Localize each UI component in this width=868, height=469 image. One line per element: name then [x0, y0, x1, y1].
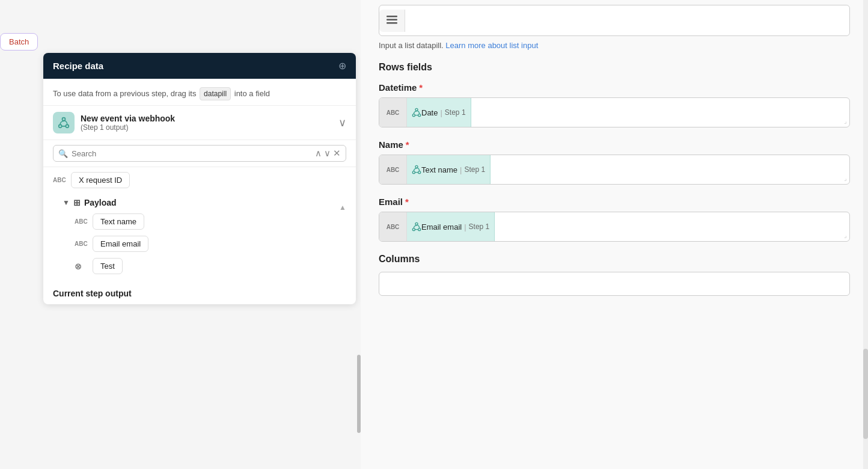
email-email-item: ABC Email email: [75, 236, 337, 252]
right-panel: Input a list datapill. Learn more about …: [361, 0, 868, 469]
hamburger-icon: [387, 16, 397, 24]
email-datapill-icon: [412, 222, 421, 231]
list-input-description: Input a list datapill. Learn more about …: [379, 41, 850, 50]
recipe-data-body: To use data from a previous step, drag i…: [43, 79, 356, 106]
datapill-example: datapill: [200, 87, 231, 100]
search-input[interactable]: [72, 149, 310, 158]
test-item: ⊗ Test: [75, 258, 337, 274]
chevron-down-icon[interactable]: ∨: [338, 116, 346, 129]
rows-fields-title: Rows fields: [379, 62, 850, 73]
step-info: New event via webhook (Step 1 output): [81, 114, 175, 132]
test-pill[interactable]: Test: [93, 258, 123, 274]
svg-rect-4: [387, 19, 397, 20]
payload-items: ABC Text name ABC Email email ⊗ Test: [63, 213, 337, 274]
email-datapill[interactable]: Email email | Step 1: [407, 212, 495, 241]
recipe-data-description: To use data from a previous step, drag i…: [53, 87, 346, 100]
email-required: *: [405, 197, 409, 207]
name-type-badge: ABC: [379, 155, 407, 184]
datetime-type-badge: ABC: [379, 98, 407, 127]
datetime-label: Datetime *: [379, 82, 850, 93]
search-nav: ∧ ∨ ✕: [315, 148, 341, 159]
email-input-row: ABC Email email | Step 1 ⌟: [379, 212, 850, 242]
list-input-textarea[interactable]: [405, 5, 849, 35]
abc-label-email: ABC: [75, 241, 89, 247]
svg-point-13: [418, 228, 421, 231]
email-datapill-text: Email email | Step 1: [421, 222, 489, 231]
list-input-menu-icon[interactable]: [379, 10, 405, 32]
svg-point-0: [59, 124, 62, 127]
left-panel: Batch Recipe data ⊕ To use data from a p…: [0, 0, 361, 469]
payload-header: ▼ ⊞ Payload: [63, 198, 337, 207]
datapill-list: ABC X request ID ▼ ⊞ Payload ABC Text na…: [43, 167, 356, 283]
email-label: Email *: [379, 197, 850, 207]
x-request-id-item: ABC X request ID: [53, 172, 346, 188]
search-row: 🔍 ∧ ∨ ✕: [43, 140, 356, 167]
text-name-item: ABC Text name: [75, 213, 337, 230]
list-input-section: Input a list datapill. Learn more about …: [379, 5, 850, 50]
email-resize-handle: ⌟: [842, 212, 849, 241]
search-clear-icon[interactable]: ✕: [333, 148, 341, 159]
right-scrollbar-container: [863, 0, 868, 469]
right-scrollbar-thumb[interactable]: [863, 349, 868, 439]
name-datapill-icon: [412, 165, 421, 174]
svg-point-6: [412, 114, 415, 117]
name-datapill[interactable]: Text name | Step 1: [407, 155, 491, 184]
datetime-datapill[interactable]: Date | Step 1: [407, 98, 471, 127]
email-textarea[interactable]: [495, 212, 842, 241]
name-required: *: [406, 139, 409, 150]
search-next-icon[interactable]: ∨: [324, 148, 331, 159]
name-datapill-text: Text name | Step 1: [421, 165, 485, 174]
svg-point-12: [412, 228, 415, 231]
recipe-data-title: Recipe data: [53, 61, 103, 71]
datetime-datapill-text: Date | Step 1: [421, 108, 466, 117]
step-section: New event via webhook (Step 1 output) ∨: [43, 106, 356, 140]
svg-point-1: [66, 124, 69, 127]
list-input-row: [379, 5, 850, 36]
payload-grid-icon: ⊞: [73, 198, 81, 207]
recipe-data-panel: Recipe data ⊕ To use data from a previou…: [43, 53, 356, 304]
learn-more-link[interactable]: Learn more about list input: [445, 41, 538, 50]
step-icon: [53, 112, 75, 133]
symbol-label: ⊗: [75, 262, 89, 271]
datetime-textarea[interactable]: [471, 98, 842, 127]
current-step-label: Current step output: [43, 283, 356, 304]
payload-section: ▼ ⊞ Payload ABC Text name ABC Email emai…: [53, 194, 346, 274]
step-name: New event via webhook: [81, 114, 175, 123]
text-name-pill[interactable]: Text name: [93, 213, 144, 230]
columns-title: Columns: [379, 254, 850, 265]
search-icon: 🔍: [58, 149, 68, 158]
datetime-resize-handle: ⌟: [842, 98, 849, 127]
step-subtitle: (Step 1 output): [81, 123, 175, 132]
datetime-datapill-icon: [412, 108, 421, 117]
pin-icon[interactable]: ⊕: [338, 60, 346, 72]
webhook-step-icon: [58, 117, 70, 129]
scroll-up-icon[interactable]: ▲: [339, 203, 346, 212]
abc-label-text: ABC: [75, 218, 89, 225]
name-label: Name *: [379, 139, 850, 150]
search-box: 🔍 ∧ ∨ ✕: [53, 145, 346, 162]
name-input-row: ABC Text name | Step 1 ⌟: [379, 155, 850, 185]
name-resize-handle: ⌟: [842, 155, 849, 184]
email-email-pill[interactable]: Email email: [93, 236, 148, 252]
x-request-id-pill[interactable]: X request ID: [71, 172, 130, 188]
svg-rect-3: [387, 16, 397, 17]
name-textarea[interactable]: [491, 155, 842, 184]
svg-point-7: [418, 114, 421, 117]
svg-rect-5: [387, 22, 397, 24]
step-row: New event via webhook (Step 1 output) ∨: [53, 112, 346, 133]
recipe-data-header: Recipe data ⊕: [43, 53, 356, 79]
search-prev-icon[interactable]: ∧: [315, 148, 322, 159]
datetime-required: *: [419, 82, 423, 93]
svg-point-10: [418, 171, 421, 174]
abc-label: ABC: [53, 177, 67, 183]
svg-point-9: [412, 171, 415, 174]
batch-tab[interactable]: Batch: [0, 33, 38, 51]
columns-box: [379, 272, 850, 296]
email-type-badge: ABC: [379, 212, 407, 241]
datetime-input-row: ABC Date | Step 1 ⌟: [379, 97, 850, 127]
payload-expand-icon[interactable]: ▼: [63, 198, 70, 207]
